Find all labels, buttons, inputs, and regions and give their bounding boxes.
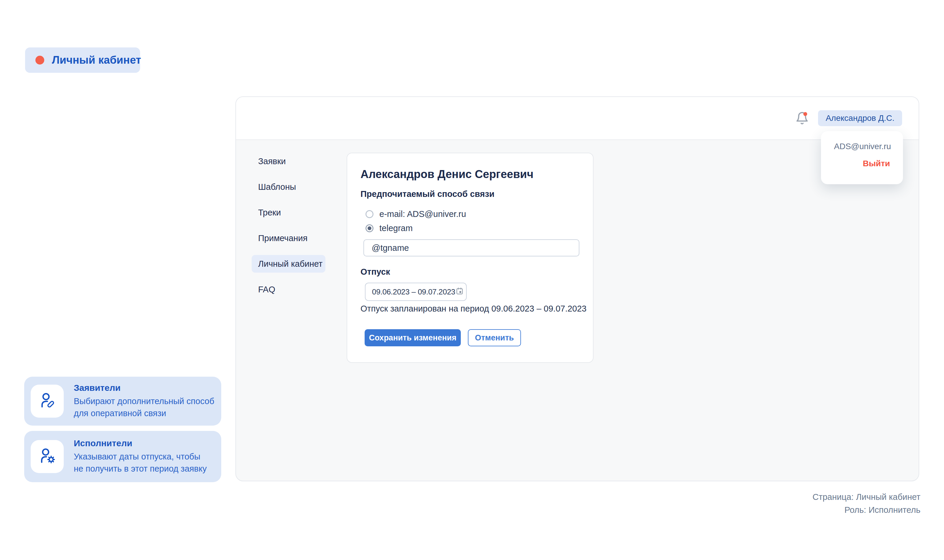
cancel-button[interactable]: Отменить <box>468 329 521 346</box>
info-card-title: Заявители <box>74 383 214 393</box>
user-chip[interactable]: Александров Д.С. <box>818 110 902 126</box>
footer-page: Страница: Личный кабинет <box>813 491 921 503</box>
panel-header: Александров Д.С. <box>236 97 919 140</box>
icon-tile <box>31 440 64 473</box>
sidebar-nav: Заявки Шаблоны Треки Примечания Личный к… <box>251 152 325 306</box>
radio-email-icon[interactable] <box>366 210 373 218</box>
page-badge: Личный кабинет <box>25 48 140 73</box>
info-card-title: Исполнители <box>74 438 207 448</box>
user-edit-icon <box>38 391 57 411</box>
radio-option-telegram[interactable]: telegram <box>366 223 413 233</box>
main-panel: Александров Д.С. Заявки Шаблоны Треки Пр… <box>235 96 919 481</box>
info-card-line: Выбирают дополнительный способ <box>74 395 214 407</box>
info-card-line: для оперативной связи <box>74 407 214 419</box>
sidebar-item-zayavki[interactable]: Заявки <box>251 152 325 170</box>
telegram-username-input[interactable] <box>363 239 579 257</box>
radio-telegram-label: telegram <box>379 223 413 233</box>
contact-method-label: Предпочитаемый способ связи <box>361 189 494 199</box>
icon-tile <box>31 385 64 418</box>
vacation-note: Отпуск запланирован на период 09.06.2023… <box>361 304 586 314</box>
info-card-text: Исполнители Указывают даты отпуска, чтоб… <box>74 438 207 475</box>
logout-button[interactable]: Выйти <box>834 159 890 168</box>
user-dropdown-menu: ADS@univer.ru Выйти <box>821 131 903 184</box>
radio-option-email[interactable]: e-mail: ADS@univer.ru <box>366 209 466 219</box>
sidebar-item-treki[interactable]: Треки <box>251 204 325 222</box>
save-button[interactable]: Сохранить изменения <box>365 329 461 346</box>
sidebar-item-faq[interactable]: FAQ <box>251 281 325 298</box>
user-email: ADS@univer.ru <box>834 142 890 151</box>
radio-email-label: e-mail: ADS@univer.ru <box>379 209 466 219</box>
calendar-icon[interactable] <box>455 287 464 297</box>
info-card-text: Заявители Выбирают дополнительный способ… <box>74 383 214 419</box>
profile-full-name: Александров Денис Сергеевич <box>361 168 533 181</box>
info-card-applicants: Заявители Выбирают дополнительный способ… <box>24 377 221 426</box>
sidebar-item-shablony[interactable]: Шаблоны <box>251 178 325 196</box>
sidebar-item-primechaniya[interactable]: Примечания <box>251 229 325 247</box>
info-card-executors: Исполнители Указывают даты отпуска, чтоб… <box>24 431 221 482</box>
sidebar-item-lichny-kabinet[interactable]: Личный кабинет <box>251 255 325 272</box>
info-card-line: не получить в этот период заявку <box>74 463 207 475</box>
footer-role: Роль: Исполнитель <box>813 503 921 516</box>
vacation-label: Отпуск <box>361 267 390 277</box>
vacation-daterange-value: 09.06.2023 – 09.07.2023 <box>372 288 455 297</box>
vacation-daterange-input[interactable]: 09.06.2023 – 09.07.2023 <box>365 283 467 301</box>
profile-card: Александров Денис Сергеевич Предпочитаем… <box>347 153 594 363</box>
radio-telegram-icon[interactable] <box>366 224 373 232</box>
form-actions: Сохранить изменения Отменить <box>365 329 521 346</box>
info-card-line: Указывают даты отпуска, чтобы <box>74 451 207 463</box>
user-gear-icon <box>38 446 57 466</box>
status-dot-icon <box>35 56 44 65</box>
page-footer: Страница: Личный кабинет Роль: Исполните… <box>813 491 921 516</box>
page-badge-label: Личный кабинет <box>52 54 141 66</box>
notifications-bell-icon[interactable] <box>795 111 809 125</box>
app-root: Личный кабинет Александров Д.С. Заявки Ш… <box>0 0 944 560</box>
